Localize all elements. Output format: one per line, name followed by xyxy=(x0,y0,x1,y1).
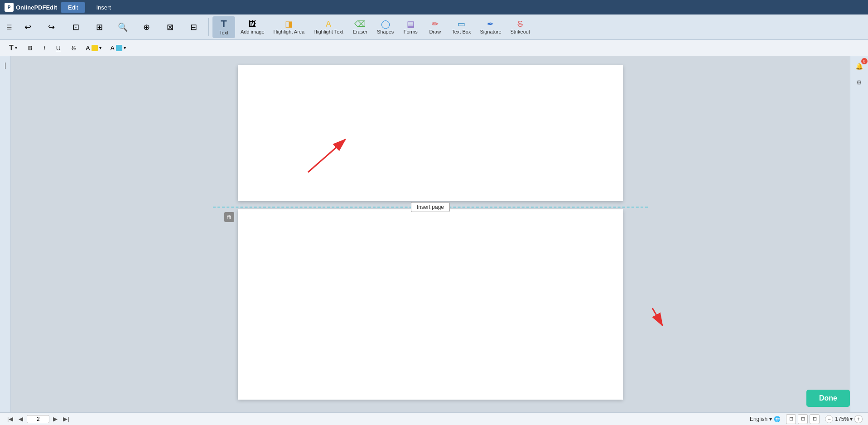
highlight-area-icon: ◨ xyxy=(285,20,293,28)
page-nav: |◀ ◀ ▶ ▶| xyxy=(5,415,71,423)
highlight-area-label: Highlight Area xyxy=(274,29,305,34)
status-bar: |◀ ◀ ▶ ▶| English ▾ 🌐 ⊟ ⊞ ⊡ − 175% ▾ + xyxy=(0,412,868,425)
pdf-page-2: 🗑 xyxy=(238,209,623,400)
pdf-page-1 xyxy=(238,65,623,201)
eraser-icon: ⌫ xyxy=(354,20,366,28)
redo-icon: ↪ xyxy=(48,23,55,31)
strikeout-label: Strikeout xyxy=(511,29,530,34)
settings-icon: ⚙ xyxy=(856,79,862,86)
zoom-in-btn[interactable]: 🔍 xyxy=(111,16,134,38)
shapes-label: Shapes xyxy=(377,29,394,34)
next-page-btn[interactable]: ▶ xyxy=(51,415,59,423)
insert-page-line-left xyxy=(213,207,430,208)
view-single-btn[interactable]: ⊟ xyxy=(786,414,796,424)
sidebar-toggle-btn[interactable]: | xyxy=(0,60,11,71)
tab-edit[interactable]: Edit xyxy=(61,2,85,13)
notification-badge: 0 xyxy=(861,58,868,64)
undo-icon: ↩ xyxy=(24,23,31,31)
bold-btn[interactable]: B xyxy=(24,42,36,54)
view-scroll-btn[interactable]: ⊡ xyxy=(810,414,820,424)
strikethrough-btn[interactable]: S xyxy=(68,42,79,54)
text-tool-icon: T xyxy=(221,19,227,29)
zoom-in-status-btn[interactable]: + xyxy=(854,415,863,423)
zoom-control: − 175% ▾ + xyxy=(825,415,863,423)
logo-icon: P xyxy=(5,3,14,12)
forms-btn[interactable]: ▤ Forms xyxy=(399,16,422,38)
bg-color-swatch xyxy=(116,45,122,51)
zoom-in-icon: 🔍 xyxy=(118,23,128,31)
bg-color-btn[interactable]: A ▾ xyxy=(108,43,129,53)
font-size-arrow: ▾ xyxy=(15,45,17,50)
zoom-fit-page-btn[interactable]: ⊡ xyxy=(64,16,87,38)
add-image-btn[interactable]: 🖼 Add image xyxy=(237,16,268,38)
insert-page-row: Insert page xyxy=(213,207,648,208)
redo-btn[interactable]: ↪ xyxy=(40,16,63,38)
text-box-label: Text Box xyxy=(452,29,471,34)
zoom-page-btn[interactable]: ⊟ xyxy=(182,16,205,38)
strikeout-btn[interactable]: S Strikeout xyxy=(507,16,534,38)
shapes-btn[interactable]: ◯ Shapes xyxy=(373,16,397,38)
underline-icon: U xyxy=(56,44,61,52)
strikeout-icon: S xyxy=(517,20,523,28)
bold-icon: B xyxy=(28,44,33,52)
forms-icon: ▤ xyxy=(407,20,415,28)
eraser-label: Eraser xyxy=(353,29,367,34)
bg-color-a-label: A xyxy=(111,44,115,52)
zoom-fit-width-icon: ⊞ xyxy=(96,23,103,31)
page-number-input[interactable] xyxy=(27,415,49,423)
app-name: OnlinePDFEdit xyxy=(16,4,57,11)
zoom-out-btn[interactable]: ⊕ xyxy=(135,16,158,38)
signature-btn[interactable]: ✒ Signature xyxy=(476,16,505,38)
insert-page-line-right xyxy=(430,207,648,208)
text-box-btn[interactable]: ▭ Text Box xyxy=(448,16,474,38)
page-delete-btn[interactable]: 🗑 xyxy=(224,212,234,222)
italic-icon: I xyxy=(43,44,45,52)
draw-btn[interactable]: ✏ Draw xyxy=(424,16,446,38)
first-page-btn[interactable]: |◀ xyxy=(5,415,15,423)
prev-page-btn[interactable]: ◀ xyxy=(17,415,25,423)
text-color-arrow: ▾ xyxy=(99,45,101,50)
highlight-text-btn[interactable]: A Highlight Text xyxy=(310,16,347,38)
highlight-text-label: Highlight Text xyxy=(313,29,343,34)
text-tool-label: Text xyxy=(219,30,228,35)
zoom-fit-width-btn[interactable]: ⊞ xyxy=(88,16,111,38)
notifications-btn[interactable]: 🔔 0 xyxy=(853,60,866,72)
highlight-area-btn[interactable]: ◨ Highlight Area xyxy=(270,16,309,38)
undo-btn[interactable]: ↩ xyxy=(16,16,39,38)
eraser-btn[interactable]: ⌫ Eraser xyxy=(349,16,371,38)
language-arrow: ▾ xyxy=(769,416,772,422)
tab-insert[interactable]: Insert xyxy=(89,2,118,13)
view-buttons: ⊟ ⊞ ⊡ xyxy=(786,414,820,424)
text-color-btn[interactable]: A ▾ xyxy=(83,43,104,53)
draw-icon: ✏ xyxy=(432,20,439,28)
draw-label: Draw xyxy=(429,29,441,34)
settings-btn[interactable]: ⚙ xyxy=(853,76,866,89)
underline-btn[interactable]: U xyxy=(53,42,64,54)
font-size-btn[interactable]: T ▾ xyxy=(5,42,21,54)
font-size-icon: T xyxy=(9,44,14,52)
insert-page-btn[interactable]: Insert page xyxy=(411,202,450,212)
top-bar: P OnlinePDFEdit Edit Insert xyxy=(0,0,868,14)
zoom-dropdown-icon: ▾ xyxy=(850,416,853,422)
italic-btn[interactable]: I xyxy=(40,42,49,54)
undo-redo-group: ↩ ↪ xyxy=(16,16,63,38)
strikethrough-icon: S xyxy=(72,44,76,52)
signature-label: Signature xyxy=(480,29,501,34)
text-tool-btn[interactable]: T Text xyxy=(212,16,235,38)
zoom-out-status-btn[interactable]: − xyxy=(825,415,833,423)
language-selector[interactable]: English ▾ 🌐 xyxy=(750,416,781,422)
zoom-page-icon: ⊟ xyxy=(190,23,197,31)
zoom-select-btn[interactable]: ⊠ xyxy=(159,16,181,38)
zoom-level-label[interactable]: 175% ▾ xyxy=(835,416,853,422)
main-area: | Insert page 🗑 🔔 0 ⚙ xyxy=(0,56,868,412)
language-label: English xyxy=(750,416,767,422)
panel-toggle-btn[interactable]: ☰ xyxy=(4,22,14,33)
done-btn[interactable]: Done xyxy=(806,390,850,407)
view-double-btn[interactable]: ⊞ xyxy=(798,414,808,424)
zoom-out-icon: ⊕ xyxy=(143,23,150,31)
last-page-btn[interactable]: ▶| xyxy=(61,415,71,423)
left-sidebar: | xyxy=(0,56,11,412)
zoom-group: ⊡ ⊞ 🔍 ⊕ ⊠ ⊟ xyxy=(64,16,205,38)
highlight-text-icon: A xyxy=(326,20,331,28)
add-image-label: Add image xyxy=(241,29,265,34)
